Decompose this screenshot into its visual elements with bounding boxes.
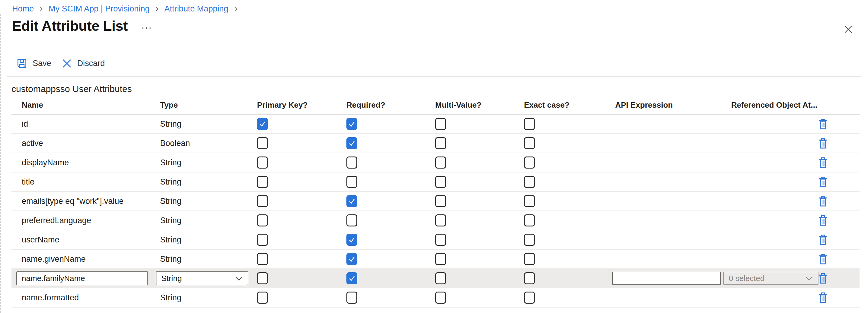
discard-button[interactable]: Discard [62,59,105,68]
multi-value-checkbox[interactable] [435,234,446,246]
breadcrumb: Home My SCIM App | Provisioning Attribut… [12,4,238,13]
primary-key-checkbox[interactable] [257,253,268,265]
delete-attribute-button[interactable] [818,118,828,130]
multi-value-checkbox[interactable] [435,253,446,265]
referenced-object-select-value: 0 selected [729,274,765,283]
delete-attribute-button[interactable] [818,292,828,303]
close-button[interactable] [844,25,852,33]
checkmark-icon [348,236,355,243]
trash-icon [818,118,828,130]
delete-attribute-button[interactable] [818,253,828,265]
attribute-type: String [160,119,182,129]
delete-attribute-button[interactable] [818,196,828,207]
primary-key-checkbox[interactable] [257,118,268,130]
attribute-type: String [160,177,182,187]
multi-value-checkbox[interactable] [435,291,446,304]
referenced-object-select[interactable]: 0 selected [723,272,818,285]
required-checkbox[interactable] [346,137,357,149]
checkmark-icon [348,255,355,263]
exact-case-checkbox[interactable] [524,291,535,304]
api-expression-input[interactable] [612,272,721,285]
exact-case-checkbox[interactable] [524,176,535,188]
attribute-type: String [160,197,182,206]
close-icon [844,25,852,33]
delete-attribute-button[interactable] [818,234,828,245]
required-checkbox[interactable] [346,214,357,227]
trash-icon [818,234,828,245]
attribute-type-select[interactable]: String [156,271,248,285]
attribute-name: active [11,139,43,148]
table-row: active Boolean [11,134,860,153]
multi-value-checkbox[interactable] [435,118,446,130]
exact-case-checkbox[interactable] [524,137,535,149]
exact-case-checkbox[interactable] [524,234,535,246]
attribute-name: preferredLanguage [11,216,91,225]
required-checkbox[interactable] [346,156,357,169]
primary-key-checkbox[interactable] [257,272,268,284]
more-options-button[interactable] [142,28,151,29]
exact-case-checkbox[interactable] [524,156,535,169]
table-row: displayName String [11,153,860,172]
delete-attribute-button[interactable] [818,176,828,187]
exact-case-checkbox[interactable] [524,195,535,207]
column-header-name: Name [11,100,160,110]
title-row: Edit Attribute List [12,18,151,34]
exact-case-checkbox[interactable] [524,214,535,227]
table-row: id String [11,114,860,134]
attribute-type: String [160,254,182,264]
breadcrumb-chevron-icon [39,6,43,12]
required-checkbox[interactable] [346,253,357,265]
delete-attribute-button[interactable] [818,157,828,168]
breadcrumb-link-scim-app[interactable]: My SCIM App | Provisioning [49,4,150,13]
exact-case-checkbox[interactable] [524,253,535,265]
required-checkbox[interactable] [346,118,357,130]
required-checkbox[interactable] [346,195,357,207]
command-bar: Save Discard [17,59,105,68]
primary-key-checkbox[interactable] [257,214,268,227]
column-header-multi-value: Multi-Value? [435,100,524,110]
attribute-name: emails[type eq "work"].value [11,197,124,206]
delete-attribute-button[interactable] [818,215,828,226]
save-button[interactable]: Save [17,59,51,68]
multi-value-checkbox[interactable] [435,156,446,169]
multi-value-checkbox[interactable] [435,137,446,149]
attribute-name-input[interactable] [16,271,148,285]
breadcrumb-chevron-icon [234,6,238,12]
primary-key-checkbox[interactable] [257,234,268,246]
column-header-required: Required? [346,100,435,110]
attribute-type: Boolean [160,139,190,148]
more-options-icon [142,28,144,29]
required-checkbox[interactable] [346,291,357,304]
exact-case-checkbox[interactable] [524,272,535,284]
multi-value-checkbox[interactable] [435,272,446,284]
checkmark-icon [259,120,266,128]
delete-attribute-button[interactable] [818,273,828,284]
attribute-name: name.givenName [11,254,86,264]
primary-key-checkbox[interactable] [257,291,268,304]
primary-key-checkbox[interactable] [257,137,268,149]
page-title: Edit Attribute List [12,18,128,34]
chevron-down-icon [805,276,813,281]
required-checkbox[interactable] [346,176,357,188]
toolbar-divider [7,76,861,77]
primary-key-checkbox[interactable] [257,156,268,169]
trash-icon [818,253,828,265]
multi-value-checkbox[interactable] [435,214,446,227]
checkmark-icon [348,120,355,128]
multi-value-checkbox[interactable] [435,195,446,207]
primary-key-checkbox[interactable] [257,176,268,188]
exact-case-checkbox[interactable] [524,118,535,130]
trash-icon [818,157,828,168]
trash-icon [818,138,828,149]
checkmark-icon [348,140,355,147]
multi-value-checkbox[interactable] [435,176,446,188]
delete-attribute-button[interactable] [818,138,828,149]
required-checkbox[interactable] [346,234,357,246]
table-header-row: Name Type Primary Key? Required? Multi-V… [11,96,860,114]
table-row: userName String [11,231,860,250]
breadcrumb-link-attribute-mapping[interactable]: Attribute Mapping [164,4,228,13]
required-checkbox[interactable] [346,272,357,284]
breadcrumb-link-home[interactable]: Home [12,4,34,13]
trash-icon [818,176,828,187]
primary-key-checkbox[interactable] [257,195,268,207]
